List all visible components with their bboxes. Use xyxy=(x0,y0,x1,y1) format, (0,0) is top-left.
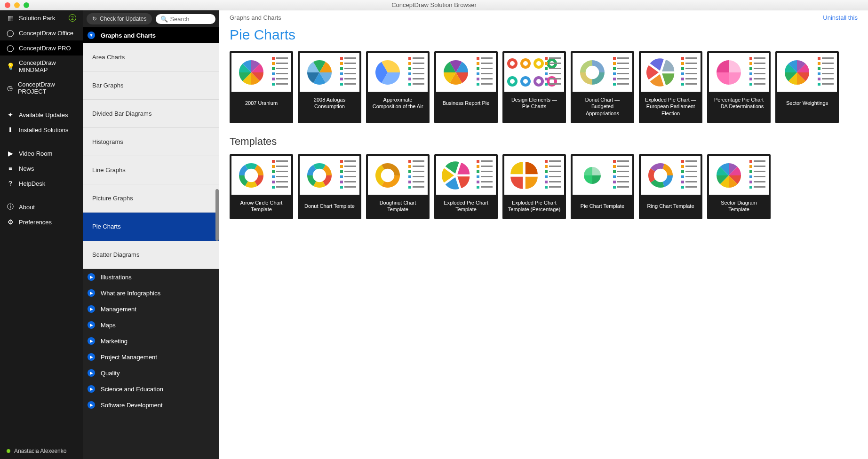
subcategory-divided-bar-diagrams[interactable]: Divided Bar Diagrams xyxy=(83,100,219,128)
sidebar-item-conceptdraw-pro[interactable]: ◯ ConceptDraw PRO xyxy=(0,40,83,55)
svg-rect-113 xyxy=(818,57,820,60)
thumbnail-card[interactable]: Business Report Pie xyxy=(434,51,498,123)
sidebar-item-installed-solutions[interactable]: ⬇ Installed Solutions xyxy=(0,122,83,137)
scrollbar[interactable] xyxy=(215,189,219,241)
svg-rect-19 xyxy=(344,73,356,74)
thumbnail-caption: Donut Chart Template xyxy=(300,195,359,217)
thumbnail-card[interactable]: 2007 Uranium xyxy=(230,51,293,123)
sidebar-item-news[interactable]: ≡ News xyxy=(0,161,83,176)
category-science-and-education[interactable]: ▶Science and Education xyxy=(83,381,219,397)
subcategory-line-graphs[interactable]: Line Graphs xyxy=(83,156,219,184)
uninstall-link[interactable]: Uninstall this xyxy=(823,14,858,21)
svg-rect-215 xyxy=(749,165,752,168)
thumbnail-card[interactable]: Pie Chart Template xyxy=(571,154,634,220)
svg-rect-88 xyxy=(617,83,629,85)
thumbnail-card[interactable]: Ring Chart Template xyxy=(639,154,702,220)
category-header[interactable]: ▼ Graphs and Charts xyxy=(83,27,219,43)
subcategory-scatter-diagrams[interactable]: Scatter Diagrams xyxy=(83,241,219,269)
sidebar-item-solution-park[interactable]: ▦ Solution Park2 xyxy=(0,10,83,25)
thumbnail-caption: Business Report Pie xyxy=(436,92,496,114)
thumbnail-card[interactable]: Arrow Circle Chart Template xyxy=(230,154,293,220)
thumbnail-card[interactable]: Doughnut Chart Template xyxy=(366,154,430,220)
thumbnail-preview xyxy=(436,53,496,92)
sidebar-item-video-room[interactable]: ▶ Video Room xyxy=(0,146,83,161)
svg-rect-65 xyxy=(549,57,561,59)
thumbnail-preview xyxy=(300,156,359,195)
svg-rect-81 xyxy=(613,67,616,70)
category-maps[interactable]: ▶Maps xyxy=(83,317,219,333)
svg-rect-64 xyxy=(545,57,548,60)
thumbnail-card[interactable]: Percentage Pie Chart — DA Determinations xyxy=(707,51,771,123)
expand-icon: ▶ xyxy=(88,353,95,361)
sidebar-item-conceptdraw-project[interactable]: ◷ ConceptDraw PROJECT xyxy=(0,77,83,99)
thumbnail-card[interactable]: Design Elements — Pie Charts xyxy=(502,51,566,123)
svg-rect-172 xyxy=(477,181,479,183)
svg-rect-35 xyxy=(413,83,424,85)
thumbnail-card[interactable]: Sector Weightings xyxy=(775,51,839,123)
svg-rect-159 xyxy=(413,176,424,177)
sidebar-item-label: Video Room xyxy=(19,150,52,157)
main-content: Graphs and Charts Uninstall this Pie Cha… xyxy=(219,10,868,459)
svg-rect-182 xyxy=(545,175,548,178)
svg-rect-8 xyxy=(272,78,275,80)
search-box[interactable]: 🔍 xyxy=(156,14,215,24)
subcategory-bar-graphs[interactable]: Bar Graphs xyxy=(83,71,219,100)
thumbnail-card[interactable]: Exploded Pie Chart — European Parliament… xyxy=(639,51,702,123)
svg-rect-71 xyxy=(549,73,561,74)
check-updates-button[interactable]: ↻ Check for Updates xyxy=(87,13,152,24)
category-software-development[interactable]: ▶Software Development xyxy=(83,397,219,413)
svg-rect-214 xyxy=(754,160,765,162)
category-what-are-infographics[interactable]: ▶What are Infographics xyxy=(83,285,219,301)
svg-point-125 xyxy=(245,169,258,182)
category-marketing[interactable]: ▶Marketing xyxy=(83,333,219,349)
svg-rect-114 xyxy=(822,57,834,59)
subcategory-area-charts[interactable]: Area Charts xyxy=(83,43,219,71)
svg-rect-161 xyxy=(413,181,424,182)
thumbnail-card[interactable]: Donut Chart — Budgeted Appropriations xyxy=(571,51,634,123)
search-input[interactable] xyxy=(170,16,211,23)
category-label: Management xyxy=(101,306,136,313)
svg-rect-183 xyxy=(549,176,561,177)
subcategory-histograms[interactable]: Histograms xyxy=(83,128,219,156)
thumbnail-card[interactable]: 2008 Autogas Consumption xyxy=(298,51,361,123)
svg-rect-126 xyxy=(272,160,275,163)
category-project-management[interactable]: ▶Project Management xyxy=(83,349,219,365)
category-management[interactable]: ▶Management xyxy=(83,301,219,317)
category-quality[interactable]: ▶Quality xyxy=(83,365,219,381)
thumbnail-card[interactable]: Approximate Composition of the Air xyxy=(366,51,430,123)
svg-point-57 xyxy=(510,79,515,84)
svg-rect-194 xyxy=(613,175,616,178)
svg-rect-68 xyxy=(545,67,548,70)
svg-rect-6 xyxy=(272,72,275,75)
svg-rect-190 xyxy=(613,165,616,168)
svg-rect-30 xyxy=(408,72,411,75)
svg-point-200 xyxy=(654,169,668,182)
sidebar-item-available-updates[interactable]: ✦ Available Updates xyxy=(0,107,83,122)
svg-rect-24 xyxy=(408,57,411,60)
category-illustrations[interactable]: ▶Illustrations xyxy=(83,269,219,285)
svg-rect-198 xyxy=(613,186,616,189)
zoom-window-button[interactable] xyxy=(24,2,29,8)
svg-rect-124 xyxy=(822,83,834,85)
svg-rect-167 xyxy=(481,166,493,167)
thumbnail-card[interactable]: Sector Diagram Template xyxy=(707,154,771,220)
close-window-button[interactable] xyxy=(5,2,10,8)
thumbnail-caption: Arrow Circle Chart Template xyxy=(231,195,291,218)
sidebar-item-conceptdraw-mindmap[interactable]: 💡 ConceptDraw MINDMAP xyxy=(0,55,83,77)
svg-rect-156 xyxy=(408,170,411,173)
thumbnail-card[interactable]: Exploded Pie Chart Template xyxy=(434,154,498,220)
sidebar-item-about[interactable]: ⓘ About xyxy=(0,199,83,214)
minimize-window-button[interactable] xyxy=(14,2,20,8)
subcategory-picture-graphs[interactable]: Picture Graphs xyxy=(83,184,219,213)
sidebar-item-conceptdraw-office[interactable]: ◯ ConceptDraw Office xyxy=(0,25,83,40)
sidebar-item-preferences[interactable]: ⚙ Preferences xyxy=(0,214,83,230)
sidebar-item-helpdesk[interactable]: ? HelpDesk xyxy=(0,176,83,191)
svg-rect-26 xyxy=(408,62,411,65)
thumbnail-card[interactable]: Exploded Pie Chart Template (Percentage) xyxy=(502,154,566,220)
thumbnail-preview xyxy=(368,156,428,195)
subcategory-pie-charts[interactable]: Pie Charts xyxy=(83,213,219,241)
svg-rect-118 xyxy=(822,68,834,69)
thumbnail-preview xyxy=(300,53,359,92)
svg-rect-137 xyxy=(276,186,288,188)
thumbnail-card[interactable]: Donut Chart Template xyxy=(298,154,361,220)
